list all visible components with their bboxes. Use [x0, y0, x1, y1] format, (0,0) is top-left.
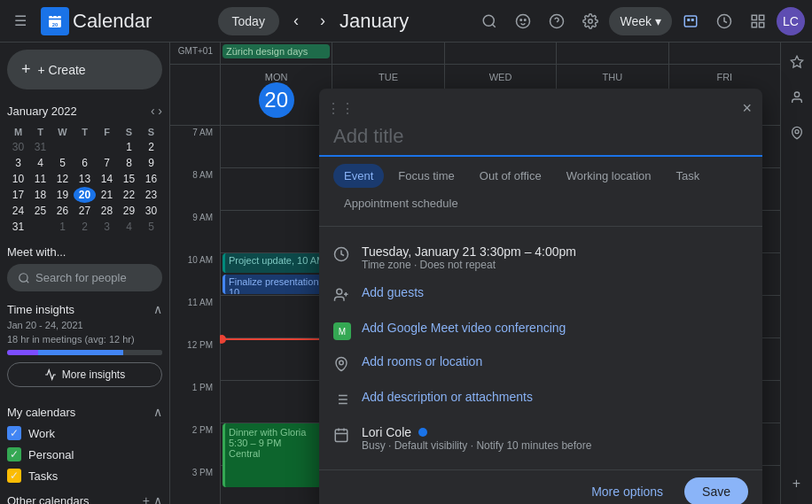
save-button[interactable]: Save [684, 477, 748, 504]
event-tab-ooo[interactable]: Out of office [469, 164, 552, 188]
meet-row: M Add Google Meet video conferencing [319, 314, 762, 347]
event-tab-appointment[interactable]: Appointment schedule [333, 191, 469, 215]
svg-point-29 [340, 361, 344, 365]
modal-body: Tuesday, January 21 3:30pm – 4:00pm Time… [319, 227, 762, 469]
calendar-owner-content: Lori Cole Busy · Default visibility · No… [362, 425, 748, 452]
event-datetime-primary[interactable]: Tuesday, January 21 3:30pm – 4:00pm [362, 244, 748, 259]
video-icon: M [333, 322, 351, 340]
add-location-link[interactable]: Add rooms or location [362, 354, 482, 368]
modal-overlay[interactable]: ⋮⋮ × Event Focus time Out of office Work… [0, 0, 812, 504]
event-creation-modal: ⋮⋮ × Event Focus time Out of office Work… [319, 89, 762, 504]
modal-footer: More options Save [319, 469, 762, 504]
location-row: Add rooms or location [319, 347, 762, 383]
owner-dot [418, 428, 427, 437]
location-icon [333, 356, 351, 376]
add-description-link[interactable]: Add description or attachments [362, 390, 533, 404]
calendar-owner-name: Lori Cole [362, 425, 411, 439]
calendar-icon [333, 427, 351, 446]
calendar-owner-row: Lori Cole [362, 425, 748, 439]
add-meet-link[interactable]: Add Google Meet video conferencing [362, 321, 566, 335]
datetime-content: Tuesday, January 21 3:30pm – 4:00pm Time… [362, 244, 748, 271]
more-options-button[interactable]: More options [577, 477, 677, 504]
event-tab-location[interactable]: Working location [556, 164, 662, 188]
event-type-tabs: Event Focus time Out of office Working l… [319, 164, 762, 227]
modal-drag-handle[interactable]: ⋮⋮ [326, 100, 355, 117]
modal-header: ⋮⋮ × [319, 89, 762, 121]
modal-close-button[interactable]: × [738, 96, 755, 121]
event-title-input[interactable] [319, 121, 762, 157]
person-add-icon [333, 287, 351, 306]
svg-rect-36 [335, 430, 347, 442]
event-tab-focus[interactable]: Focus time [387, 164, 465, 188]
calendar-row: Lori Cole Busy · Default visibility · No… [319, 418, 762, 459]
calendar-status: Busy · Default visibility · Notify 10 mi… [362, 439, 748, 452]
description-icon [333, 392, 351, 411]
clock-icon [333, 246, 351, 266]
event-tab-task[interactable]: Task [666, 164, 711, 188]
guests-row: Add guests [319, 278, 762, 314]
svg-point-26 [337, 289, 342, 294]
meet-logo-icon: M [333, 322, 351, 340]
datetime-row: Tuesday, January 21 3:30pm – 4:00pm Time… [319, 237, 762, 278]
description-row: Add description or attachments [319, 383, 762, 418]
add-guests-link[interactable]: Add guests [362, 285, 424, 299]
event-tab-event[interactable]: Event [333, 164, 384, 188]
event-datetime-secondary[interactable]: Time zone · Does not repeat [362, 259, 748, 271]
